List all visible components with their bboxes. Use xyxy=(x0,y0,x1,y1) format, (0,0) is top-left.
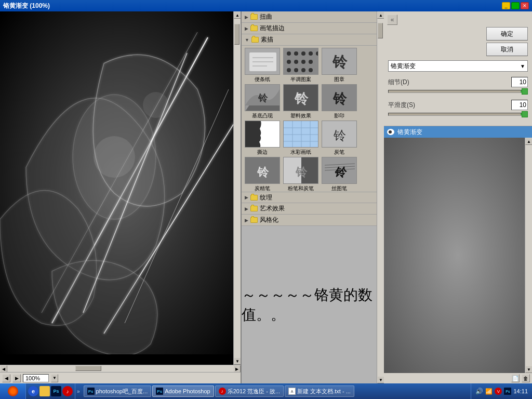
confirm-button[interactable]: 确定 xyxy=(486,27,528,41)
filter-bianzhi-label: 便条纸 xyxy=(255,76,270,83)
svg-point-22 xyxy=(301,60,305,64)
zoom-input[interactable]: 100% xyxy=(23,374,49,382)
svg-point-18 xyxy=(309,51,313,56)
taskbar-time: 14:11 xyxy=(513,388,528,394)
tray-network[interactable]: 🔊 xyxy=(475,388,483,395)
scroll-left-arrow[interactable]: ◀ xyxy=(0,365,7,373)
detail-param-area: 细节(D) 10 xyxy=(384,74,532,95)
category-fengge[interactable]: ▶ 风格化 xyxy=(242,215,377,226)
taskbar-item-label-txt: 新建 文本文档.txt - ... xyxy=(297,388,351,395)
filter-yingyin[interactable]: 铃 影印 xyxy=(321,84,358,119)
filter-banjiao[interactable]: 半调图案 xyxy=(282,48,320,83)
scroll-right-arrow[interactable]: ▶ xyxy=(233,365,241,373)
params-panel: « 确定 取消 铬黄渐变 ▼ xyxy=(384,11,532,383)
scroll-thumb[interactable] xyxy=(234,24,240,45)
scroll-down-arrow[interactable]: ▼ xyxy=(234,357,241,365)
quick-folder[interactable] xyxy=(39,386,50,396)
preview-title: 铬黄渐变 xyxy=(397,128,422,137)
preview-eye-icon[interactable] xyxy=(387,129,394,135)
taskbar-item-icon-txt: A xyxy=(288,388,296,395)
thumb-tanjingbi-img: 铃 xyxy=(245,157,280,184)
filter-tanjingbi[interactable]: 铃 炭精笔 xyxy=(244,157,281,192)
svg-text:铃: 铃 xyxy=(294,91,309,107)
preview-image-area: ▲ ▼ xyxy=(384,138,532,373)
nav-prev[interactable]: ◀ xyxy=(2,374,10,382)
filter-suliao[interactable]: 铃 塑料效果 xyxy=(282,84,320,119)
filter-scroll-thumb[interactable] xyxy=(378,23,383,38)
filter-jidi-label: 基底凸现 xyxy=(252,112,273,119)
minimize-button[interactable]: _ xyxy=(502,2,510,9)
bottom-preview-text: ～～～～～铬黄的数值。。 xyxy=(242,285,377,325)
filter-jidi[interactable]: 铃 基底凸现 xyxy=(244,84,281,119)
quick-launch-arrow[interactable]: » xyxy=(75,389,82,394)
filter-fenbi[interactable]: 铃 粉笔和炭笔 xyxy=(282,157,320,192)
taskbar-item-label-ps2: Adobe Photoshop xyxy=(165,388,210,394)
category-niuqu[interactable]: ▶ 扭曲 xyxy=(242,11,377,23)
quick-ie[interactable]: e xyxy=(28,386,38,396)
smooth-value-box[interactable]: 10 xyxy=(511,100,528,110)
filter-bianzhi[interactable]: 便条纸 xyxy=(244,48,281,83)
nav-next[interactable]: ▶ xyxy=(12,374,21,382)
category-wenli[interactable]: ▶ 纹理 xyxy=(242,192,377,203)
preview-new-btn[interactable]: 📄 xyxy=(511,374,520,382)
cancel-button[interactable]: 取消 xyxy=(486,43,528,56)
category-sumiao-header[interactable]: ▼ 素描 xyxy=(242,34,377,46)
maximize-button[interactable] xyxy=(511,2,520,9)
folder-niuqu-icon xyxy=(250,14,258,20)
canvas-area[interactable]: ▲ ▼ xyxy=(0,11,241,365)
detail-slider-track[interactable] xyxy=(388,88,528,95)
zoom-dropdown[interactable]: ▼ xyxy=(51,374,58,382)
collapse-button[interactable]: « xyxy=(387,15,397,25)
taskbar-item-adobe-ps[interactable]: Ps Adobe Photoshop xyxy=(152,385,214,397)
filter-scroll-up[interactable]: ▲ xyxy=(377,11,384,19)
canvas-vscrollbar[interactable]: ▲ ▼ xyxy=(233,11,241,365)
quick-ps[interactable]: Ps xyxy=(51,386,61,396)
svg-text:铃: 铃 xyxy=(258,93,268,103)
close-button[interactable]: ✕ xyxy=(521,2,529,9)
filter-scroll-down[interactable]: ▼ xyxy=(377,376,384,383)
thumb-sibian-img xyxy=(245,121,280,148)
filter-tanbi[interactable]: 铃 炭笔 xyxy=(321,121,358,156)
filter-list-vscrollbar[interactable]: ▲ ▼ xyxy=(377,11,384,383)
filter-list-panel: ▶ 扭曲 ▶ 画笔描边 xyxy=(242,11,377,383)
hscroll-thumb[interactable] xyxy=(75,366,101,371)
thumb-yingyin-img: 铃 xyxy=(322,85,357,111)
svg-point-8 xyxy=(143,92,169,118)
tray-ps-icon[interactable]: Ps xyxy=(504,388,511,395)
filter-name-value: 铬黄渐变 xyxy=(391,62,416,71)
preview-panel: 铬黄渐变 xyxy=(384,126,532,383)
preview-scroll-down[interactable]: ▼ xyxy=(525,366,532,373)
filter-tuzhang[interactable]: 铃 图章 xyxy=(321,48,358,83)
filter-name-dropdown[interactable]: 铬黄渐变 ▼ xyxy=(388,60,528,72)
category-huabi[interactable]: ▶ 画笔描边 xyxy=(242,23,377,34)
title-bar: 铬黄渐变 (100%) _ ✕ xyxy=(0,0,532,11)
category-sumiao: ▼ 素描 xyxy=(242,34,377,192)
start-button[interactable] xyxy=(0,383,26,399)
arrow-niuqu: ▶ xyxy=(245,15,248,20)
filter-sibian[interactable]: 撕边 xyxy=(244,121,281,156)
svg-point-20 xyxy=(287,60,291,64)
filter-tanjingbi-label: 炭精笔 xyxy=(255,185,270,192)
tray-antivirus[interactable]: V xyxy=(495,388,502,395)
category-yishu[interactable]: ▶ 艺术效果 xyxy=(242,203,377,215)
svg-text:铃: 铃 xyxy=(257,166,269,179)
preview-delete-btn[interactable]: 🗑 xyxy=(522,374,530,382)
tray-volume[interactable]: 📶 xyxy=(485,388,493,395)
svg-text:铃: 铃 xyxy=(333,128,346,142)
detail-slider-handle[interactable] xyxy=(522,88,528,95)
canvas-hscrollbar[interactable]: ◀ ▶ xyxy=(0,365,241,372)
category-niuqu-label: 扭曲 xyxy=(260,12,272,21)
smooth-slider-track[interactable] xyxy=(388,111,528,117)
preview-scroll-up[interactable]: ▲ xyxy=(525,138,532,145)
filter-situbi[interactable]: 铃 丝图笔 xyxy=(321,157,358,192)
filter-shuicai[interactable]: 水彩画纸 xyxy=(282,121,320,156)
detail-value-box[interactable]: 10 xyxy=(511,77,528,87)
smooth-slider-handle[interactable] xyxy=(522,111,528,117)
quick-music[interactable]: ♪ xyxy=(62,386,73,396)
taskbar-item-txt[interactable]: A 新建 文本文档.txt - ... xyxy=(285,385,354,397)
scroll-up-arrow[interactable]: ▲ xyxy=(234,11,241,19)
taskbar-item-music[interactable]: ♪ 乐2012 范逸臣 - 故... xyxy=(215,385,284,397)
window-title: 铬黄渐变 (100%) xyxy=(3,2,50,10)
preview-vscrollbar[interactable]: ▲ ▼ xyxy=(525,138,532,373)
taskbar-item-photoshop-baidu[interactable]: Ps photoshop吧_百度... xyxy=(84,385,152,397)
